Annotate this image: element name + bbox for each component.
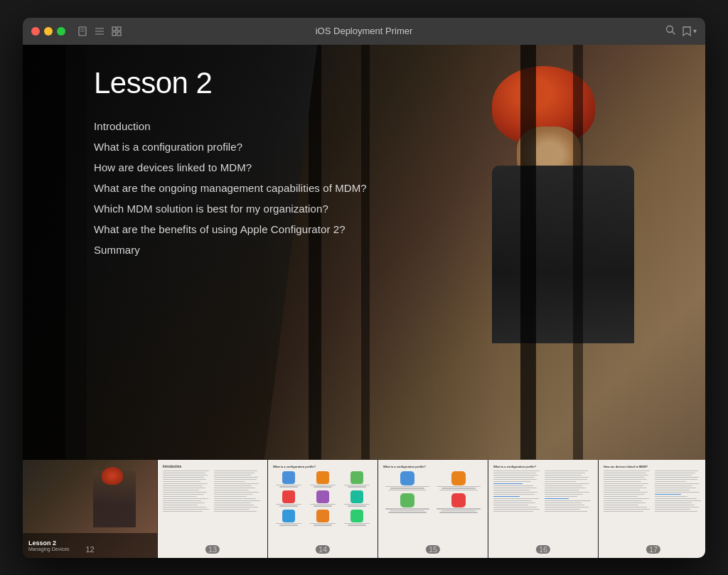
thumbnail-13[interactable]: Introduction	[158, 460, 268, 558]
chevron-down-icon: ▾	[693, 27, 697, 35]
thumb-13-title: Introduction	[163, 465, 262, 468]
close-button[interactable]	[31, 27, 40, 36]
lesson-item-config-profile[interactable]: What is a configuration profile?	[94, 141, 367, 153]
svg-rect-7	[117, 27, 121, 31]
main-content: Lesson 2 IntroductionWhat is a configura…	[23, 45, 705, 558]
thumbnail-16[interactable]: What is a configuration profile?	[488, 460, 599, 558]
window-title: iOS Deployment Primer	[316, 26, 413, 36]
lesson-item-introduction[interactable]: Introduction	[94, 120, 367, 132]
lesson-item-summary[interactable]: Summary	[94, 244, 367, 256]
thumb-16-title: What is a configuration profile?	[493, 465, 593, 468]
lesson-item-mgmt-capabilities[interactable]: What are the ongoing management capabili…	[94, 182, 367, 194]
titlebar-icons	[77, 26, 122, 37]
thumb-16-number: 16	[536, 545, 550, 554]
lesson-items-list: IntroductionWhat is a configuration prof…	[94, 120, 367, 256]
thumbnail-17[interactable]: How are devices linked to MDM?	[599, 460, 705, 558]
thumbnail-12[interactable]: Lesson 2 Managing Devices 12	[23, 460, 158, 558]
thumb-13-number: 13	[205, 545, 220, 554]
hero-text-area: Lesson 2 IntroductionWhat is a configura…	[94, 66, 367, 256]
svg-rect-8	[112, 32, 116, 36]
titlebar-right-actions: ▾	[665, 24, 697, 38]
svg-rect-9	[117, 32, 121, 36]
bookmark-icon[interactable]: ▾	[682, 26, 697, 37]
thumbnail-strip: Lesson 2 Managing Devices 12 Introductio…	[23, 460, 705, 558]
thumb-14-title: What is a configuration profile?	[273, 465, 373, 468]
thumbnail-15[interactable]: What is a configuration profile?	[378, 460, 488, 558]
list-view-icon[interactable]	[94, 26, 105, 37]
lesson-item-apple-configurator[interactable]: What are the benefits of using Apple Con…	[94, 223, 367, 235]
book-icon[interactable]	[77, 26, 88, 37]
grid-view-icon[interactable]	[111, 26, 122, 37]
search-icon[interactable]	[665, 24, 676, 38]
thumb-12-number: 12	[85, 545, 94, 554]
lesson-title: Lesson 2	[94, 66, 367, 100]
thumb-15-title: What is a configuration profile?	[383, 465, 483, 468]
thumbnail-14[interactable]: What is a configuration profile?	[268, 460, 378, 558]
thumb-17-number: 17	[646, 545, 660, 554]
maximize-button[interactable]	[57, 27, 65, 36]
titlebar: iOS Deployment Primer ▾	[23, 18, 705, 45]
minimize-button[interactable]	[44, 27, 53, 36]
app-window: iOS Deployment Primer ▾	[23, 18, 705, 558]
lesson-hero: Lesson 2 IntroductionWhat is a configura…	[23, 45, 705, 460]
lesson-item-devices-mdm[interactable]: How are devices linked to MDM?	[94, 161, 367, 173]
svg-rect-6	[112, 27, 116, 31]
svg-line-11	[673, 32, 675, 35]
thumb-15-number: 15	[426, 545, 440, 554]
thumb-17-title: How are devices linked to MDM?	[604, 465, 703, 468]
lesson-item-mdm-solution[interactable]: Which MDM solution is best for my organi…	[94, 203, 367, 215]
thumb-14-number: 14	[316, 545, 330, 554]
traffic-lights	[31, 27, 65, 36]
